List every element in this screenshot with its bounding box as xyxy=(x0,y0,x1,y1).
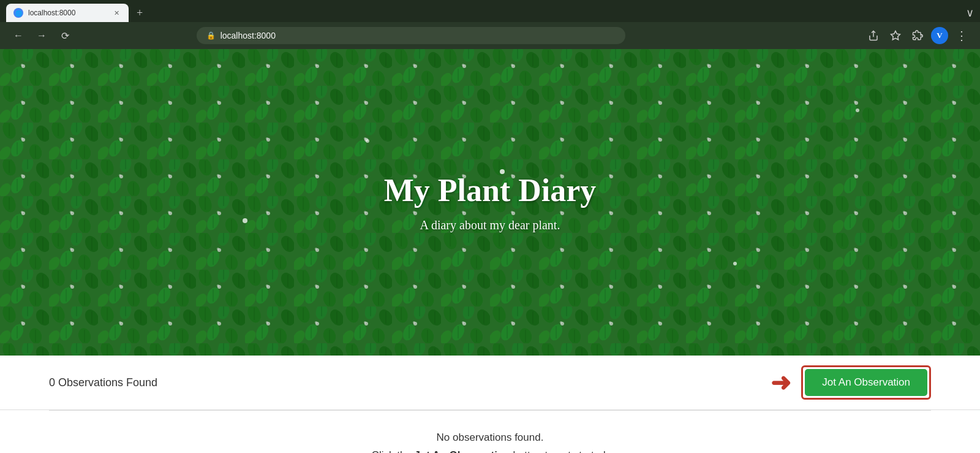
tab-bar: 🌐 localhost:8000 ✕ + ∨ xyxy=(0,0,980,22)
button-highlight-box: Jot An Observation xyxy=(801,365,931,400)
hero-subtitle: A diary about my dear plant. xyxy=(384,218,597,232)
svg-point-23 xyxy=(856,108,859,112)
no-obs-line2-prefix: Click the xyxy=(372,449,415,453)
active-tab[interactable]: 🌐 localhost:8000 ✕ xyxy=(6,4,129,22)
tab-title: localhost:8000 xyxy=(28,9,107,17)
address-input[interactable]: 🔒 localhost:8000 xyxy=(197,27,625,44)
no-observations-text: No observations found. Click the Jot An … xyxy=(49,429,931,453)
profile-button[interactable]: V xyxy=(931,27,948,44)
svg-marker-3 xyxy=(891,31,900,40)
menu-button[interactable]: ⋮ xyxy=(953,27,970,44)
toolbar: 0 Observations Found ➜ Jot An Observatio… xyxy=(0,356,980,410)
reload-button[interactable]: ⟳ xyxy=(56,27,74,44)
arrow-indicator: ➜ xyxy=(771,368,791,397)
jot-button-wrapper: ➜ Jot An Observation xyxy=(771,365,931,400)
svg-text:🌐: 🌐 xyxy=(15,10,23,17)
browser-actions: V ⋮ xyxy=(865,27,970,44)
hero-title: My Plant Diary xyxy=(384,172,597,208)
hero-section: My Plant Diary A diary about my dear pla… xyxy=(0,49,980,356)
no-obs-line1: No observations found. xyxy=(437,432,544,443)
browser-chrome: 🌐 localhost:8000 ✕ + ∨ ← → ⟳ 🔒 localhost… xyxy=(0,0,980,49)
no-obs-line2-suffix: button to get started. xyxy=(510,449,609,453)
jot-observation-button[interactable]: Jot An Observation xyxy=(805,369,927,396)
address-bar: ← → ⟳ 🔒 localhost:8000 V ⋮ xyxy=(0,22,980,49)
observations-count: 0 Observations Found xyxy=(49,376,157,389)
no-obs-line2-bold: Jot An Observation xyxy=(415,449,510,453)
share-button[interactable] xyxy=(865,27,882,44)
tab-close-button[interactable]: ✕ xyxy=(111,8,121,18)
main-content: No observations found. Click the Jot An … xyxy=(0,411,980,453)
svg-point-21 xyxy=(243,218,247,223)
lock-icon: 🔒 xyxy=(206,31,216,40)
svg-point-22 xyxy=(366,139,369,143)
tab-favicon: 🌐 xyxy=(13,8,23,18)
bookmark-button[interactable] xyxy=(887,27,904,44)
new-tab-button[interactable]: + xyxy=(131,4,148,21)
forward-button[interactable]: → xyxy=(33,27,50,44)
url-text: localhost:8000 xyxy=(221,31,276,40)
hero-content: My Plant Diary A diary about my dear pla… xyxy=(384,172,597,232)
minimize-button[interactable]: ∨ xyxy=(966,6,974,20)
back-button[interactable]: ← xyxy=(10,27,27,44)
extensions-button[interactable] xyxy=(909,27,926,44)
svg-point-20 xyxy=(733,262,737,265)
